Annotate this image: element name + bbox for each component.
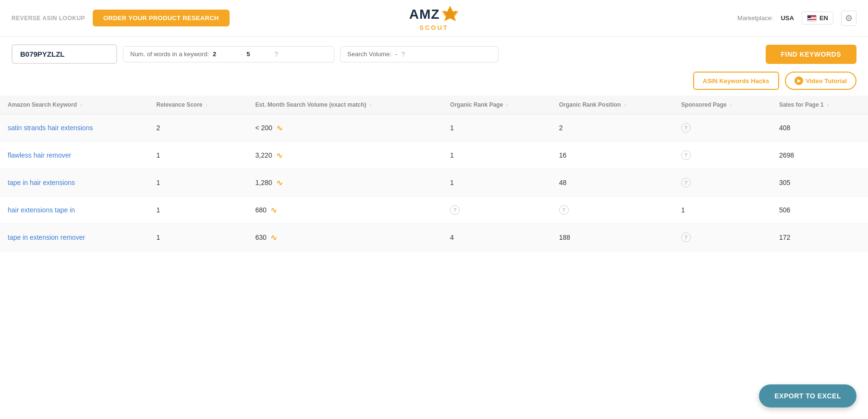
volume-help-icon[interactable]: ? — [401, 50, 405, 58]
question-icon: ? — [450, 205, 460, 215]
cell-keyword: satin strands hair extensions — [0, 114, 148, 142]
cell-volume: 1,280∿ — [247, 169, 442, 197]
cell-value: 2 — [148, 114, 247, 142]
cell-value: ? — [673, 114, 771, 142]
table-header: Amazon Search Keyword ↕ Relevance Score … — [0, 96, 868, 114]
sort-icon-relevance: ↓ — [206, 102, 208, 108]
marketplace-select[interactable]: USA — [781, 14, 794, 22]
lang-label: EN — [819, 14, 828, 22]
header-left: REVERSE ASIN LOOKUP ORDER YOUR PRODUCT R… — [12, 10, 293, 26]
question-icon: ? — [681, 233, 691, 242]
cell-value: 188 — [551, 224, 673, 251]
keyword-link[interactable]: hair extensions tape in — [8, 206, 75, 214]
cell-keyword: flawless hair remover — [0, 142, 148, 169]
sort-icon-organic-pos: ↕ — [624, 102, 626, 108]
table-row: satin strands hair extensions2< 200∿12?4… — [0, 114, 868, 142]
trend-icon: ∿ — [276, 151, 282, 160]
cell-value: 16 — [551, 142, 673, 169]
keyword-link[interactable]: tape in extension remover — [8, 234, 85, 241]
gear-icon: ⚙ — [845, 13, 853, 24]
col-sales[interactable]: Sales for Page 1 ↕ — [771, 96, 868, 114]
settings-button[interactable]: ⚙ — [841, 11, 856, 26]
table-row: tape in extension remover1630∿4188?172 — [0, 224, 868, 251]
cell-value: 1 — [442, 169, 551, 197]
question-icon: ? — [681, 178, 691, 187]
sort-icon-volume: ↕ — [369, 102, 372, 108]
col-volume[interactable]: Est. Month Search Volume (exact match) ↕ — [247, 96, 442, 114]
asin-input[interactable] — [12, 44, 117, 64]
volume-value: < 200 — [255, 124, 272, 132]
cell-value: 305 — [771, 169, 868, 197]
order-research-button[interactable]: ORDER YOUR PRODUCT RESEARCH — [93, 10, 229, 26]
cell-value: 1 — [148, 169, 247, 197]
cell-value: ? — [673, 142, 771, 169]
cell-value: 1 — [442, 142, 551, 169]
words-label: Num. of words in a keyword: — [130, 50, 209, 58]
keyword-link[interactable]: satin strands hair extensions — [8, 124, 93, 132]
cell-value: 1 — [148, 142, 247, 169]
logo-amz-text: AMZ — [409, 7, 440, 22]
keyword-link[interactable]: flawless hair remover — [8, 151, 71, 159]
volume-filter-box: Search Volume: - ? — [340, 46, 499, 62]
logo-top: AMZ — [409, 5, 459, 24]
table-row: flawless hair remover13,220∿116?2698 — [0, 142, 868, 169]
cell-value: 408 — [771, 114, 868, 142]
col-keyword[interactable]: Amazon Search Keyword ↕ — [0, 96, 148, 114]
cell-value: 1 — [442, 114, 551, 142]
video-tutorial-button[interactable]: ▶ Video Tutorial — [785, 72, 856, 90]
sort-icon-keyword: ↕ — [80, 102, 82, 108]
cell-keyword: tape in extension remover — [0, 224, 148, 251]
cell-keyword: tape in hair extensions — [0, 169, 148, 197]
cell-value: 48 — [551, 169, 673, 197]
language-button[interactable]: EN — [802, 12, 833, 25]
volume-value: 680 — [255, 206, 266, 214]
header-right: Marketplace: USA EN ⚙ — [575, 11, 856, 26]
tutorial-label: Video Tutorial — [806, 77, 847, 85]
table-row: tape in hair extensions11,280∿148?305 — [0, 169, 868, 197]
sort-icon-sponsored: ↕ — [730, 102, 732, 108]
results-table-container: Amazon Search Keyword ↕ Relevance Score … — [0, 96, 868, 251]
play-icon: ▶ — [795, 76, 803, 85]
cell-value: 2 — [551, 114, 673, 142]
find-keywords-button[interactable]: FIND KEYWORDS — [766, 45, 857, 64]
question-icon: ? — [681, 150, 691, 160]
cell-value: ? — [673, 224, 771, 251]
action-row: ASIN Keywords Hacks ▶ Video Tutorial — [0, 72, 868, 96]
cell-value: ? — [673, 169, 771, 197]
header: REVERSE ASIN LOOKUP ORDER YOUR PRODUCT R… — [0, 0, 868, 37]
cell-value: 1 — [148, 197, 247, 224]
cell-volume: < 200∿ — [247, 114, 442, 142]
logo-scout-text: SCOUT — [419, 24, 449, 31]
col-organic-page[interactable]: Organic Rank Page ↕ — [442, 96, 551, 114]
question-icon: ? — [559, 205, 569, 215]
col-sponsored[interactable]: Sponsored Page ↕ — [673, 96, 771, 114]
cell-value: 2698 — [771, 142, 868, 169]
trend-icon: ∿ — [270, 206, 277, 215]
col-relevance[interactable]: Relevance Score ↓ — [148, 96, 247, 114]
search-bar: Num. of words in a keyword: - ? Search V… — [0, 37, 868, 72]
trend-icon: ∿ — [270, 233, 277, 242]
cell-volume: 680∿ — [247, 197, 442, 224]
volume-placeholder: - — [395, 50, 397, 58]
us-flag-icon — [807, 15, 817, 22]
logo-wrapper: AMZ SCOUT — [409, 5, 459, 31]
words-help-icon[interactable]: ? — [274, 50, 278, 58]
question-icon: ? — [681, 123, 691, 133]
cell-value: ? — [442, 197, 551, 224]
trend-icon: ∿ — [276, 178, 282, 187]
keyword-link[interactable]: tape in hair extensions — [8, 179, 75, 186]
cell-value: 506 — [771, 197, 868, 224]
words-min-input[interactable] — [213, 50, 237, 58]
cell-volume: 630∿ — [247, 224, 442, 251]
cell-keyword: hair extensions tape in — [0, 197, 148, 224]
volume-value: 3,220 — [255, 151, 272, 159]
cell-value: 1 — [673, 197, 771, 224]
col-organic-position[interactable]: Organic Rank Position ↕ — [551, 96, 673, 114]
asin-hacks-button[interactable]: ASIN Keywords Hacks — [693, 72, 779, 90]
words-max-input[interactable] — [246, 50, 270, 58]
cell-value: ? — [551, 197, 673, 224]
marketplace-label: Marketplace: — [737, 14, 773, 22]
cell-value: 172 — [771, 224, 868, 251]
cell-volume: 3,220∿ — [247, 142, 442, 169]
cell-value: 1 — [148, 224, 247, 251]
